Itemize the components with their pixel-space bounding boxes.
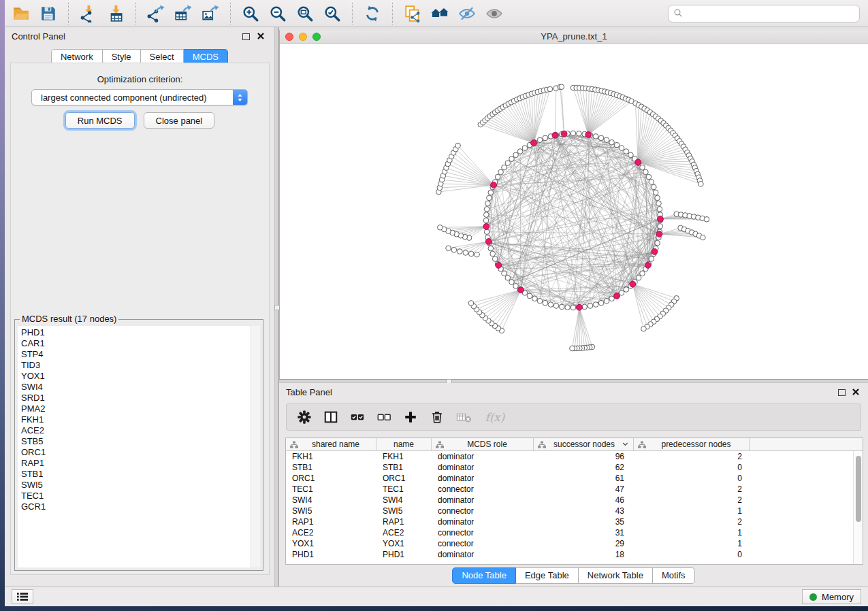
result-list-scrollbar[interactable] [251,326,260,567]
cell-mcds-role: connector [432,528,534,538]
zoom-out-button[interactable] [264,1,291,26]
result-node-item[interactable]: SRD1 [21,393,248,403]
duplicate-network-button[interactable] [399,1,426,26]
result-node-item[interactable]: STB1 [21,469,248,480]
vertical-splitter[interactable] [274,27,279,587]
network-graph[interactable] [280,44,868,379]
delete-column-button[interactable] [430,410,445,425]
table-scrollbar[interactable] [853,451,863,564]
mcds-buttons-row: Run MCDS Close panel [11,112,269,129]
export-image-icon [202,5,219,22]
toolbar-buttons [5,0,508,27]
toolbar-separator [135,3,136,24]
result-node-item[interactable]: PMA2 [21,403,248,414]
result-node-item[interactable]: FKH1 [21,414,248,425]
cell-successor-nodes: 35 [534,517,634,527]
result-node-item[interactable]: TID3 [21,360,248,371]
first-neighbors-icon [431,5,449,22]
export-network-button[interactable] [142,1,170,26]
add-column-button[interactable] [403,410,418,425]
column-header-shared-name[interactable]: shared name [286,438,376,450]
float-panel-icon[interactable] [242,33,250,40]
zoom-in-icon [242,5,259,22]
import-network-button[interactable] [75,1,102,26]
hide-selected-button[interactable] [453,1,481,26]
network-title: YPA_prune.txt_1 [280,31,868,42]
tab-node-table[interactable]: Node Table [452,567,516,584]
cell-successor-nodes: 62 [534,463,634,472]
column-layout-button[interactable] [323,410,338,425]
table-row[interactable]: RAP1 RAP1 dominator 35 2 [286,516,853,527]
table-row[interactable]: YOX1 YOX1 connector 29 1 [286,538,853,549]
zoom-selected-button[interactable] [319,1,346,26]
close-panel-icon[interactable] [257,32,265,40]
scrollbar-thumb[interactable] [856,456,861,522]
search-input[interactable] [687,8,854,18]
cell-mcds-role: dominator [432,452,534,461]
table-row[interactable]: ACE2 ACE2 connector 31 1 [286,527,853,538]
cell-name: ACE2 [376,528,432,538]
toolbar-separator [68,3,69,24]
result-node-item[interactable]: STB5 [21,436,248,447]
settings-button[interactable] [297,410,312,425]
result-node-item[interactable]: RAP1 [21,458,248,469]
float-panel-icon[interactable] [838,389,846,396]
network-canvas[interactable] [280,44,868,379]
result-node-item[interactable]: STP4 [21,349,248,360]
column-header-MCDS-role[interactable]: MCDS role [432,438,534,450]
cell-predecessor-nodes: 2 [634,495,750,505]
table-row[interactable]: FKH1 FKH1 dominator 96 2 [286,451,853,462]
zoom-in-button[interactable] [237,1,264,26]
save-session-button[interactable] [35,1,62,26]
right-column: YPA_prune.txt_1 Table Panel f(x) shared … [279,27,868,587]
result-node-item[interactable]: PHD1 [21,327,248,338]
result-node-item[interactable]: CAR1 [21,338,248,349]
memory-status-icon [809,593,817,601]
column-header-successor-nodes[interactable]: successor nodes [534,438,634,450]
first-neighbors-button[interactable] [426,1,453,26]
tab-motifs[interactable]: Motifs [653,567,695,584]
close-panel-icon[interactable] [852,388,860,396]
cell-predecessor-nodes: 0 [634,550,750,559]
toolbar-separator [230,3,231,24]
task-history-button[interactable] [12,589,33,604]
result-node-item[interactable]: ACE2 [21,425,248,436]
table-row[interactable]: TEC1 TEC1 connector 47 2 [286,484,853,495]
export-table-icon [174,5,192,22]
splitter-grip[interactable] [274,305,280,310]
export-table-button[interactable] [170,1,197,26]
result-node-item[interactable]: YOX1 [21,371,248,382]
result-node-item[interactable]: TEC1 [21,491,248,501]
show-all-button[interactable] [481,1,508,26]
cell-name: STB1 [376,463,432,472]
import-table-button[interactable] [102,1,129,26]
result-node-item[interactable]: GCR1 [21,501,248,512]
column-layout-icon [323,410,338,425]
result-node-item[interactable]: SWI5 [21,480,248,491]
tab-network-table[interactable]: Network Table [579,567,653,584]
criterion-dropdown[interactable]: largest connected component (undirected) [31,89,248,105]
result-node-item[interactable]: ORC1 [21,447,248,458]
run-mcds-button[interactable]: Run MCDS [65,112,135,129]
select-all-columns-button[interactable] [350,410,365,425]
column-header-predecessor-nodes[interactable]: predecessor nodes [634,438,750,450]
cell-mcds-role: dominator [432,517,534,527]
cell-name: RAP1 [376,517,432,527]
export-image-button[interactable] [197,1,224,26]
table-row[interactable]: SWI4 SWI4 dominator 46 2 [286,495,853,506]
table-row[interactable]: ORC1 ORC1 dominator 61 0 [286,473,853,484]
refresh-button[interactable] [359,1,386,26]
column-header-name[interactable]: name [376,438,432,450]
table-row[interactable]: PHD1 PHD1 dominator 18 0 [286,549,853,560]
zoom-selected-icon [323,5,341,22]
memory-button[interactable]: Memory [802,589,861,604]
table-row[interactable]: STB1 STB1 dominator 62 0 [286,462,853,473]
tab-edge-table[interactable]: Edge Table [516,567,579,584]
deselect-all-columns-button[interactable] [376,410,391,425]
open-file-button[interactable] [7,1,35,26]
result-node-item[interactable]: SWI4 [21,382,248,393]
cell-predecessor-nodes: 1 [634,528,750,538]
table-row[interactable]: SWI5 SWI5 connector 43 1 [286,506,853,516]
zoom-fit-button[interactable] [291,1,319,26]
close-panel-button[interactable]: Close panel [144,112,215,129]
